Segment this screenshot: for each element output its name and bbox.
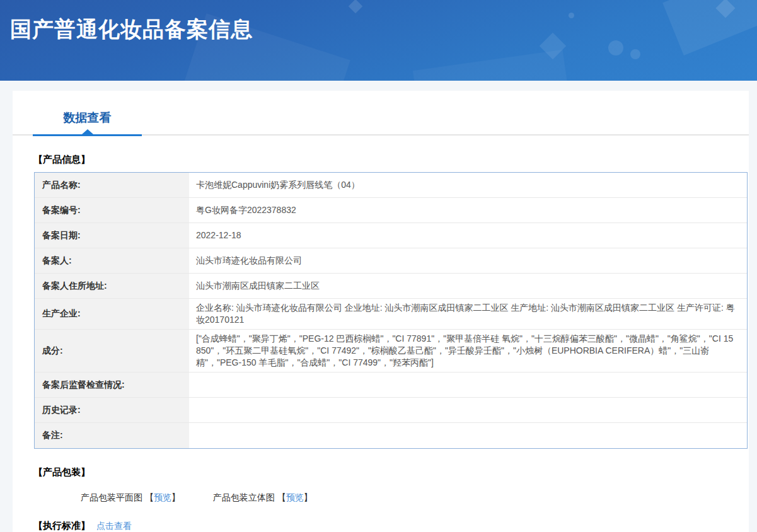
- row-label: 备案后监督检查情况:: [35, 373, 189, 397]
- decorative-shape: [630, 49, 640, 59]
- row-value: 汕头市潮南区成田镇家二工业区: [189, 274, 747, 298]
- product-info-table: 产品名称: 卡泡维妮Cappuvini奶雾系列唇线笔（04） 备案编号: 粤G妆…: [34, 172, 748, 449]
- row-value: 企业名称: 汕头市琦迹化妆品有限公司 企业地址: 汕头市潮南区成田镇家二工业区 …: [189, 299, 747, 329]
- active-tab-arrow-icon: [82, 129, 93, 134]
- tab-data-view[interactable]: 数据查看: [33, 110, 142, 126]
- table-row: 备案后监督检查情况:: [35, 373, 747, 398]
- table-row: 备案编号: 粤G妆网备字2022378832: [35, 198, 747, 223]
- packaging-stereo-group: 产品包装立体图 【预览】: [213, 492, 313, 502]
- tab-underline: [13, 134, 749, 136]
- decorative-shape: [569, 13, 574, 18]
- row-value: 粤G妆网备字2022378832: [189, 198, 747, 223]
- decorative-shape: [608, 40, 623, 55]
- table-row: 备案人: 汕头市琦迹化妆品有限公司: [35, 248, 747, 274]
- row-label: 生产企业:: [35, 299, 189, 329]
- bracket-close: 】: [304, 492, 313, 502]
- row-label: 备案日期:: [35, 223, 189, 248]
- table-row: 历史记录:: [35, 398, 747, 423]
- standard-row: 【执行标准】点击查看: [33, 520, 749, 532]
- page-title: 国产普通化妆品备案信息: [10, 15, 253, 44]
- page-header: 国产普通化妆品备案信息: [0, 0, 757, 81]
- table-row: 生产企业: 企业名称: 汕头市琦迹化妆品有限公司 企业地址: 汕头市潮南区成田镇…: [35, 299, 747, 330]
- decorative-shape: [662, 0, 757, 55]
- row-label: 备案人:: [35, 248, 189, 273]
- row-label: 产品名称:: [35, 173, 189, 197]
- section-title-standard: 【执行标准】: [33, 520, 90, 531]
- row-label: 历史记录:: [35, 398, 189, 422]
- row-value: 汕头市琦迹化妆品有限公司: [189, 248, 747, 273]
- table-row: 成分: ["合成蜂蜡"，"聚异丁烯"，"PEG-12 巴西棕榈蜡"，"CI 77…: [35, 330, 747, 373]
- bracket-close: 】: [171, 492, 180, 502]
- packaging-flat-group: 产品包装平面图 【预览】: [81, 492, 180, 502]
- row-label: 备案编号:: [35, 198, 189, 223]
- packaging-flat-preview-link[interactable]: 预览: [154, 492, 171, 502]
- row-label: 备注:: [35, 423, 189, 448]
- bracket-open: 【: [277, 492, 286, 502]
- row-label: 备案人住所地址:: [35, 274, 189, 298]
- content-card: 数据查看 【产品信息】 产品名称: 卡泡维妮Cappuvini奶雾系列唇线笔（0…: [13, 91, 749, 532]
- row-value: [189, 398, 747, 422]
- row-label: 成分:: [35, 330, 189, 372]
- section-title-product-info: 【产品信息】: [33, 154, 749, 166]
- decorative-shape: [349, 0, 363, 13]
- table-row: 备案人住所地址: 汕头市潮南区成田镇家二工业区: [35, 274, 747, 299]
- bracket-open: 【: [145, 492, 154, 502]
- packaging-flat-label: 产品包装平面图: [81, 492, 142, 502]
- row-value: 2022-12-18: [189, 223, 747, 248]
- packaging-stereo-preview-link[interactable]: 预览: [286, 492, 304, 502]
- row-value: 卡泡维妮Cappuvini奶雾系列唇线笔（04）: [189, 173, 747, 197]
- table-row: 产品名称: 卡泡维妮Cappuvini奶雾系列唇线笔（04）: [35, 173, 747, 198]
- section-title-packaging: 【产品包装】: [33, 466, 749, 478]
- table-row: 备案日期: 2022-12-18: [35, 223, 747, 248]
- table-row: 备注:: [35, 423, 747, 448]
- row-value: [189, 373, 747, 397]
- standard-click-view-link[interactable]: 点击查看: [96, 521, 132, 531]
- decorative-shape: [413, 50, 570, 81]
- packaging-preview-row: 产品包装平面图 【预览】 产品包装立体图 【预览】: [81, 492, 749, 504]
- tab-bar: 数据查看: [13, 110, 749, 136]
- packaging-stereo-label: 产品包装立体图: [213, 492, 275, 502]
- row-value: ["合成蜂蜡"，"聚异丁烯"，"PEG-12 巴西棕榈蜡"，"CI 77891"…: [189, 330, 747, 372]
- active-tab-indicator: [33, 134, 142, 136]
- row-value: [189, 423, 747, 448]
